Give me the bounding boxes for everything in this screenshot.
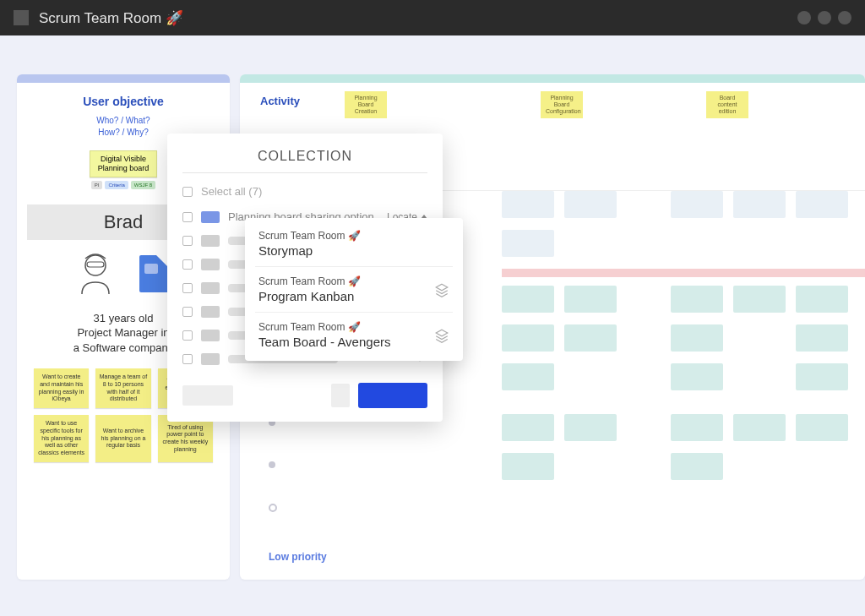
- persona-sticky[interactable]: Want to use specific tools for his plann…: [34, 415, 89, 462]
- tag: WSJF 8: [131, 181, 155, 189]
- dialog-primary-button[interactable]: [358, 383, 427, 408]
- release-separator: [502, 269, 865, 277]
- window-controls: [797, 11, 851, 25]
- item-thumbnail: [201, 282, 220, 294]
- locate-dropdown-item[interactable]: Scrum Team Room 🚀 Team Board - Avengers: [245, 313, 463, 357]
- window-control-dot[interactable]: [818, 11, 831, 25]
- locate-dropdown-item[interactable]: Scrum Team Room 🚀 Storymap: [245, 221, 463, 266]
- room-title: Scrum Team Room 🚀: [39, 9, 183, 27]
- layers-icon: [434, 282, 449, 297]
- panel-header-accent: [240, 74, 865, 83]
- item-thumbnail: [201, 353, 220, 365]
- svg-point-0: [85, 255, 106, 275]
- activity-sticky[interactable]: Board content edition: [706, 91, 748, 118]
- persona-sticky[interactable]: Tired of using power point to create his…: [158, 415, 213, 462]
- activity-heading: Activity: [260, 91, 300, 107]
- locate-dropdown: Scrum Team Room 🚀 Storymap Scrum Team Ro…: [245, 218, 463, 361]
- svg-rect-1: [87, 262, 104, 267]
- persona-sticky[interactable]: Want to create and maintain his planning…: [34, 368, 89, 408]
- tag: PI: [91, 181, 103, 189]
- checkbox[interactable]: [182, 354, 193, 364]
- user-objective-heading: User objective: [27, 95, 220, 108]
- objective-sticky[interactable]: Digital Visible Planning board: [90, 150, 157, 177]
- checkbox[interactable]: [182, 330, 193, 341]
- checkbox[interactable]: [182, 307, 193, 317]
- window-control-dot[interactable]: [797, 11, 811, 25]
- dialog-secondary-button[interactable]: [182, 385, 233, 406]
- checkbox[interactable]: [182, 283, 193, 293]
- persona-sticky[interactable]: Manage a team of 8 to 10 persons with ha…: [95, 368, 150, 408]
- dropdown-room-name: Scrum Team Room 🚀: [258, 230, 361, 242]
- activity-sticky[interactable]: Planning Board Configuration: [541, 91, 583, 118]
- tag: Criteria: [105, 181, 128, 189]
- dialog-tertiary-button[interactable]: [331, 384, 350, 407]
- checkbox[interactable]: [182, 187, 193, 197]
- dropdown-board-name: Team Board - Avengers: [258, 335, 390, 349]
- activity-sticky[interactable]: Planning Board Creation: [345, 91, 387, 118]
- checkbox[interactable]: [182, 212, 193, 222]
- dropdown-room-name: Scrum Team Room 🚀: [258, 321, 390, 333]
- panel-header-accent: [17, 74, 230, 83]
- layers-icon: [434, 328, 449, 343]
- locate-dropdown-item[interactable]: Scrum Team Room 🚀 Program Kanban: [245, 267, 463, 312]
- select-all-row[interactable]: Select all (7): [182, 178, 427, 204]
- persona-document-icon: [139, 255, 170, 292]
- persona-sticky[interactable]: Want to archive his planning on a regula…: [95, 415, 150, 462]
- persona-avatar-icon: [77, 252, 114, 296]
- low-priority-label: Low priority: [269, 551, 327, 563]
- select-all-label: Select all (7): [201, 185, 262, 198]
- window-control-dot[interactable]: [838, 11, 851, 25]
- dropdown-board-name: Program Kanban: [258, 289, 361, 303]
- app-logo-placeholder: [14, 10, 29, 25]
- dropdown-room-name: Scrum Team Room 🚀: [258, 275, 361, 287]
- checkbox[interactable]: [182, 236, 193, 246]
- item-thumbnail: [201, 259, 220, 270]
- item-thumbnail: [201, 306, 220, 318]
- top-bar: Scrum Team Room 🚀: [0, 0, 865, 35]
- item-thumbnail: [201, 330, 220, 341]
- dropdown-board-name: Storymap: [258, 243, 361, 258]
- dialog-title: COLLECTION: [182, 149, 427, 164]
- item-thumbnail: [201, 235, 220, 247]
- item-thumbnail: [201, 211, 220, 223]
- checkbox[interactable]: [182, 259, 193, 270]
